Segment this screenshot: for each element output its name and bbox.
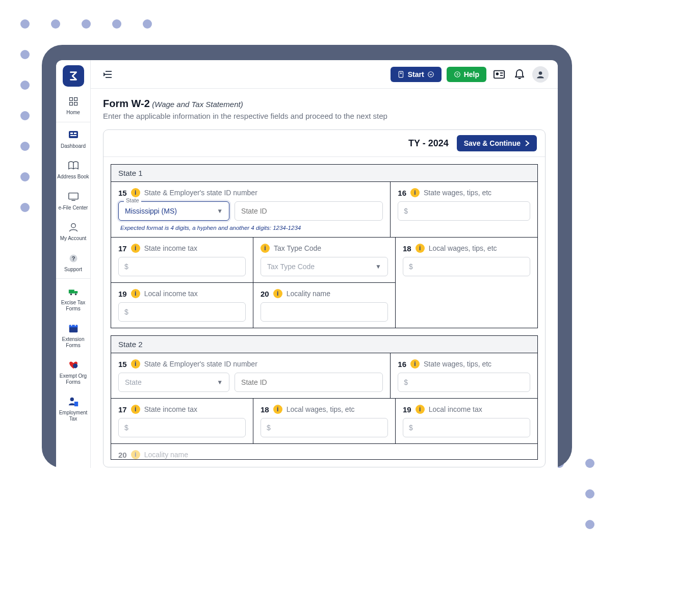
info-icon[interactable]: i [273,405,282,414]
truck-icon [67,285,80,298]
chevron-down-icon: ▼ [375,263,381,270]
logo-icon [68,70,79,82]
info-icon[interactable]: i [261,244,270,253]
save-continue-button[interactable]: Save & Continue [457,135,537,151]
tax-year-label: TY - 2024 [408,138,449,149]
svg-rect-9 [68,193,77,199]
field-20-num: 20 [261,290,269,298]
state-1-title: State 1 [111,165,537,182]
info-icon[interactable]: i [273,289,282,298]
state-2-title: State 2 [111,336,537,353]
info-icon[interactable]: i [410,188,420,197]
sidebar-item-label: Dashboard [61,143,86,149]
state-2-income-tax-input[interactable] [118,418,246,437]
state-select[interactable]: State Mississippi (MS) ▼ [118,201,229,221]
svg-point-35 [496,72,499,75]
state-2-placeholder: State [125,378,142,386]
sidebar-item-exempt[interactable]: Exempt Org Forms [56,353,90,390]
app-logo[interactable] [63,65,84,87]
state-2-id-input[interactable] [235,373,383,392]
local-income-tax-input[interactable] [118,302,246,322]
sidebar-item-employment[interactable]: Employment Tax [56,390,90,427]
id-card-icon[interactable] [491,67,507,82]
chevron-down-icon [427,71,434,78]
state-2-local-income-tax-input[interactable] [403,418,530,437]
avatar[interactable] [532,66,549,83]
state-2-select[interactable]: State ▼ [118,373,229,392]
sidebar-item-label: Excise Tax Forms [57,300,89,311]
svg-rect-34 [494,70,504,78]
field-16-label: State wages, tips, etc [424,360,491,368]
svg-text:?: ? [71,255,75,261]
sidebar-item-support[interactable]: ? Support [56,247,90,278]
svg-rect-14 [68,290,74,293]
avatar-icon [535,69,546,80]
state-select-value: Mississippi (MS) [125,207,177,215]
svg-rect-5 [70,133,73,134]
field-16-label: State wages, tips, etc [424,189,491,197]
info-icon[interactable]: i [416,405,425,414]
svg-rect-24 [74,402,77,406]
info-icon[interactable]: i [131,289,140,298]
form-card: TY - 2024 Save & Continue State 1 [103,129,546,467]
local-wages-input[interactable] [403,257,530,276]
help-label: Help [464,70,479,78]
sidebar-item-dashboard[interactable]: Dashboard [56,123,90,154]
chevron-down-icon: ▼ [217,207,223,215]
field-17-label: State income tax [144,244,197,252]
doc-plus-icon [398,71,405,78]
sidebar-item-myaccount[interactable]: My Account [56,216,90,247]
svg-rect-19 [69,325,77,328]
state-id-hint: Expected format is 4 digits, a hyphen an… [118,225,383,231]
toggle-sidebar-icon[interactable] [100,67,115,82]
sidebar-item-efile[interactable]: e-File Center [56,185,90,216]
start-button[interactable]: Start [391,67,442,82]
state-wages-input[interactable] [398,201,530,221]
field-18-label: Local wages, tips, etc [429,244,497,252]
info-icon[interactable]: i [131,405,140,414]
locality-name-input[interactable] [261,302,388,322]
state-2-local-wages-input[interactable] [261,418,388,437]
currency-prefix: $ [124,308,128,316]
tax-type-select[interactable]: Tax Type Code ▼ [261,257,388,276]
bell-icon[interactable] [512,67,527,82]
state-1-block: State 1 15 i State & Employer's state ID… [111,164,538,328]
svg-rect-6 [74,133,76,134]
monitor-icon [67,190,80,203]
info-icon[interactable]: i [416,244,425,253]
sidebar-item-address-book[interactable]: Address Book [56,154,90,185]
info-icon[interactable]: i [131,188,140,197]
field-17-num: 17 [118,405,127,414]
field-18-label: Local wages, tips, etc [287,405,355,413]
sidebar-item-excise[interactable]: Excise Tax Forms [56,280,90,317]
user-icon [67,221,80,234]
field-19-num: 19 [118,290,127,298]
content: Form W-2 (Wage and Tax Statement) Enter … [91,89,558,468]
state-2-block: State 2 15 i State & Employer's state ID… [111,335,538,460]
sidebar-item-extension[interactable]: Extension Forms [56,317,90,353]
sidebar-item-label: Extension Forms [57,336,89,348]
help-button[interactable]: ? Help [447,67,486,82]
page-description: Enter the applicable information in the … [103,112,546,120]
svg-rect-2 [69,102,72,106]
sidebar-item-home[interactable]: Home [56,90,90,121]
svg-rect-3 [74,102,77,106]
state-income-tax-input[interactable] [118,257,246,276]
state-id-input[interactable] [235,201,383,221]
info-icon[interactable]: i [131,244,140,253]
svg-rect-7 [70,135,76,136]
state-2-wages-input[interactable] [398,373,530,392]
state-float-label: State [124,197,141,203]
info-icon: i [131,450,140,459]
info-icon[interactable]: i [131,359,140,369]
info-icon[interactable]: i [410,359,420,369]
field-18-num: 18 [403,244,411,253]
help-icon: ? [454,71,461,78]
sidebar-item-label: Address Book [57,174,89,180]
currency-prefix: $ [404,207,408,215]
calendar-icon [67,322,80,335]
heart-icon [67,358,80,372]
start-label: Start [408,70,424,78]
sidebar-item-label: Exempt Org Forms [57,373,89,385]
tax-type-placeholder: Tax Type Code [267,262,315,271]
